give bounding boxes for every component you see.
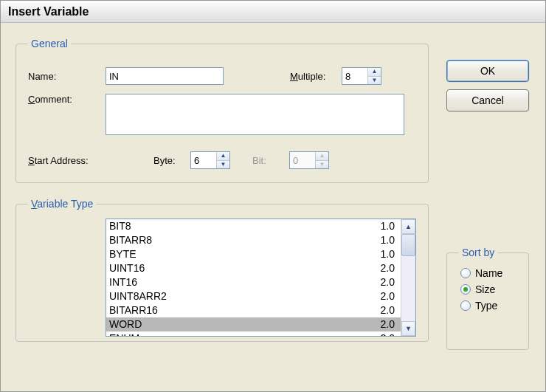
scroll-thumb[interactable]	[401, 234, 415, 256]
dialog-window: Insert Variable General Name: Multiple: …	[0, 0, 546, 392]
variable-type-legend: Variable Type	[28, 198, 96, 210]
bit-up-icon: ▲	[316, 152, 328, 161]
scroll-up-icon[interactable]: ▲	[401, 219, 415, 234]
list-item-size: 1.0	[381, 234, 395, 247]
general-legend: General	[28, 38, 71, 49]
content-area: General Name: Multiple: ▲ ▼	[1, 23, 545, 371]
byte-spinner[interactable]: ▲ ▼	[190, 151, 230, 169]
bit-label: Bit:	[252, 155, 289, 166]
row-start-address: Start Address: Byte: ▲ ▼ Bit:	[28, 151, 416, 169]
list-item-size: 2.0	[381, 276, 395, 289]
list-item[interactable]: BIT81.0	[106, 219, 401, 233]
list-item-size: 2.0	[381, 318, 395, 331]
name-input[interactable]	[106, 67, 224, 85]
list-item-name: BITARR8	[109, 234, 152, 247]
name-label: Name:	[28, 71, 106, 82]
listbox-scrollbar[interactable]: ▲ ▼	[401, 219, 415, 336]
byte-up-icon[interactable]: ▲	[217, 152, 229, 161]
list-item[interactable]: ENUM2.0	[106, 331, 401, 336]
sort-option-label: Type	[475, 300, 497, 312]
multiple-up-icon[interactable]: ▲	[368, 68, 381, 77]
scroll-down-icon[interactable]: ▼	[401, 321, 415, 336]
sort-option-name[interactable]: Name	[460, 267, 515, 279]
list-item-name: BITARR16	[109, 304, 158, 317]
bit-down-icon: ▼	[316, 161, 328, 169]
multiple-spinner[interactable]: ▲ ▼	[342, 67, 381, 85]
list-item[interactable]: BITARR81.0	[106, 233, 401, 247]
sort-by-group: Sort by NameSizeType	[446, 247, 529, 350]
cancel-button[interactable]: Cancel	[446, 89, 529, 111]
scroll-track[interactable]	[401, 234, 415, 321]
sort-by-legend: Sort by	[459, 247, 497, 258]
title-bar: Insert Variable	[1, 1, 545, 23]
list-item[interactable]: BITARR162.0	[106, 303, 401, 317]
row-name: Name: Multiple: ▲ ▼	[28, 67, 416, 85]
ok-button[interactable]: OK	[446, 60, 529, 82]
sort-option-label: Name	[475, 267, 502, 279]
list-item-size: 1.0	[381, 248, 395, 261]
multiple-input[interactable]	[342, 68, 367, 84]
bit-spinner: ▲ ▼	[289, 151, 329, 169]
list-item-name: INT16	[109, 276, 137, 289]
list-item-size: 2.0	[381, 332, 395, 336]
comment-textarea[interactable]	[106, 94, 404, 135]
sort-option-label: Size	[475, 283, 495, 295]
list-item-name: BIT8	[109, 220, 131, 233]
byte-label: Byte:	[153, 155, 190, 166]
list-item-name: ENUM	[109, 332, 139, 336]
list-item-name: UINT8ARR2	[109, 290, 167, 303]
sort-option-size[interactable]: Size	[460, 283, 515, 295]
button-column: OK Cancel	[446, 60, 529, 111]
list-item[interactable]: BYTE1.0	[106, 247, 401, 261]
start-address-label: Start Address:	[28, 155, 153, 166]
list-item[interactable]: UINT8ARR22.0	[106, 289, 401, 303]
list-item-size: 2.0	[381, 290, 395, 303]
list-item-name: UINT16	[109, 262, 145, 275]
bit-input	[290, 152, 315, 168]
byte-down-icon[interactable]: ▼	[217, 161, 229, 169]
byte-input[interactable]	[191, 152, 216, 168]
list-item-name: WORD	[109, 318, 142, 331]
radio-icon[interactable]	[460, 268, 471, 278]
radio-icon[interactable]	[460, 284, 471, 295]
radio-icon[interactable]	[460, 300, 471, 311]
row-comment: Comment:	[28, 94, 416, 135]
variable-type-listbox[interactable]: BIT81.0BITARR81.0BYTE1.0UINT162.0INT162.…	[106, 219, 416, 337]
list-item[interactable]: UINT162.0	[106, 261, 401, 275]
list-item-size: 2.0	[381, 262, 395, 275]
sort-option-type[interactable]: Type	[460, 300, 515, 312]
multiple-label: Multiple:	[290, 71, 342, 82]
list-item-size: 1.0	[381, 220, 395, 233]
multiple-down-icon[interactable]: ▼	[368, 77, 381, 85]
list-item[interactable]: INT162.0	[106, 275, 401, 289]
list-item-size: 2.0	[381, 304, 395, 317]
list-item-name: BYTE	[109, 248, 136, 261]
general-group: General Name: Multiple: ▲ ▼	[15, 38, 429, 183]
list-item[interactable]: WORD2.0	[106, 317, 401, 331]
variable-type-group: Variable Type BIT81.0BITARR81.0BYTE1.0UI…	[15, 198, 429, 342]
comment-label: Comment:	[28, 94, 106, 105]
dialog-title: Insert Variable	[8, 5, 89, 18]
